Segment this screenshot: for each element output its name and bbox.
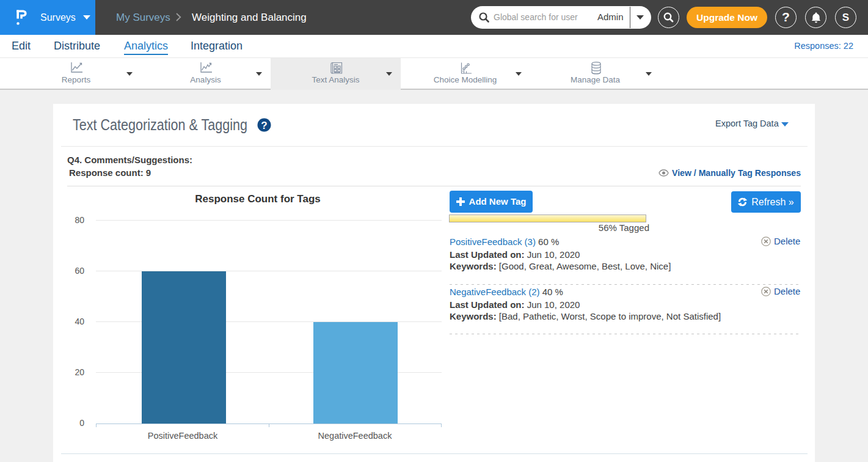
svg-text:80: 80 — [75, 215, 84, 225]
svg-text:?: ? — [261, 120, 267, 131]
svg-text:PositiveFeedback: PositiveFeedback — [148, 431, 218, 441]
svg-text:NegativeFeedback: NegativeFeedback — [318, 431, 393, 441]
svg-text:60: 60 — [75, 266, 84, 276]
svg-text:40: 40 — [75, 317, 84, 326]
svg-text:20: 20 — [75, 367, 84, 377]
svg-text:Response Count for Tags: Response Count for Tags — [195, 193, 321, 205]
svg-text:0: 0 — [79, 418, 84, 428]
